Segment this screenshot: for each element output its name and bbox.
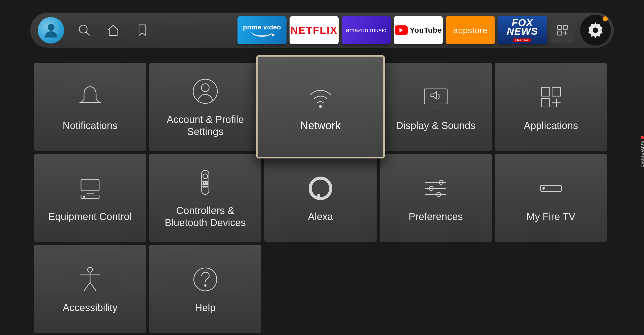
- tile-label: Equipment Control: [48, 211, 132, 223]
- settings-tile-preferences[interactable]: Preferences: [380, 154, 492, 242]
- person-circle-icon: [190, 76, 220, 106]
- gear-icon: [586, 21, 605, 39]
- svg-point-52: [205, 285, 206, 286]
- tv-sound-icon: [421, 82, 451, 112]
- app-tile-fox-news[interactable]: FOX NEWS channel: [498, 16, 547, 44]
- app-tile-prime-video[interactable]: prime video: [237, 16, 287, 44]
- svg-point-13: [201, 84, 209, 92]
- tile-label: My Fire TV: [527, 211, 576, 223]
- svg-point-14: [319, 105, 321, 107]
- help-icon: [190, 264, 220, 295]
- profile-avatar[interactable]: [38, 17, 64, 44]
- svg-rect-19: [541, 99, 550, 107]
- bell-icon: [75, 82, 105, 112]
- svg-rect-4: [563, 25, 567, 29]
- settings-tile-my-fire-tv[interactable]: My Fire TV: [495, 154, 607, 242]
- svg-point-33: [207, 184, 208, 185]
- svg-point-32: [205, 184, 206, 185]
- tile-label: Network: [300, 119, 341, 132]
- svg-point-29: [205, 181, 206, 182]
- fox-news-logo: FOX NEWS channel: [507, 18, 538, 42]
- svg-point-25: [84, 196, 85, 197]
- bookmark-button[interactable]: [133, 21, 151, 39]
- tile-label: Controllers & Bluetooth Devices: [157, 204, 254, 229]
- nav-left-group: [33, 17, 151, 44]
- settings-tile-account-profile[interactable]: Account & Profile Settings: [149, 63, 261, 151]
- tile-label: Help: [195, 302, 216, 314]
- svg-rect-3: [558, 25, 562, 29]
- home-icon: [106, 23, 120, 37]
- settings-tile-notifications[interactable]: Notifications: [34, 63, 146, 151]
- search-button[interactable]: [75, 21, 93, 39]
- svg-point-51: [194, 268, 217, 291]
- settings-tile-alexa[interactable]: Alexa: [264, 154, 377, 242]
- app-tile-appstore[interactable]: appstore: [446, 16, 495, 44]
- settings-button[interactable]: [580, 15, 611, 46]
- apps-grid-icon: [536, 82, 566, 112]
- firetv-icon: [536, 173, 566, 203]
- home-button[interactable]: [104, 21, 122, 39]
- svg-point-45: [543, 187, 545, 189]
- remote-icon: [190, 167, 220, 197]
- svg-point-0: [48, 24, 54, 31]
- settings-tile-controllers-bluetooth[interactable]: Controllers & Bluetooth Devices: [149, 154, 261, 242]
- bookmark-icon: [135, 23, 149, 37]
- settings-tile-help[interactable]: Help: [149, 245, 261, 333]
- tile-label: Applications: [524, 119, 578, 132]
- svg-point-28: [203, 181, 204, 182]
- svg-rect-17: [541, 88, 550, 96]
- record-dot-icon: [641, 136, 644, 139]
- netflix-logo: NETFLIX: [291, 25, 338, 36]
- tile-label: Display & Sounds: [396, 119, 475, 132]
- app-tile-amazon-music[interactable]: amazon music: [342, 16, 391, 44]
- accessibility-icon: [75, 264, 105, 295]
- svg-point-30: [207, 181, 208, 182]
- apps-more-button[interactable]: [550, 18, 575, 43]
- alexa-icon: [305, 173, 336, 203]
- svg-point-27: [203, 174, 208, 179]
- equipment-icon: [75, 173, 105, 203]
- settings-tile-accessibility[interactable]: Accessibility: [34, 245, 146, 333]
- svg-rect-18: [552, 88, 561, 96]
- appstore-logo: appstore: [453, 25, 487, 35]
- tile-label: Alexa: [308, 211, 333, 223]
- svg-point-35: [205, 186, 206, 187]
- apps-add-icon: [556, 24, 569, 37]
- tile-label: Preferences: [409, 211, 463, 223]
- person-icon: [42, 21, 60, 39]
- amazon-music-logo: amazon music: [346, 27, 386, 34]
- svg-line-2: [86, 32, 90, 35]
- app-tile-netflix[interactable]: NETFLIX: [290, 16, 339, 44]
- prime-video-logo: prime video: [243, 24, 281, 37]
- svg-point-37: [310, 178, 331, 199]
- sliders-icon: [421, 173, 451, 203]
- svg-rect-22: [81, 179, 99, 191]
- screenrec-watermark: screenrec: [639, 136, 644, 168]
- svg-line-50: [90, 282, 96, 291]
- svg-rect-5: [558, 31, 562, 35]
- settings-tile-applications[interactable]: Applications: [495, 63, 607, 151]
- app-tile-youtube[interactable]: YouTube: [394, 16, 443, 44]
- svg-point-31: [203, 184, 204, 185]
- settings-tile-equipment-control[interactable]: Equipment Control: [34, 154, 146, 242]
- svg-rect-15: [424, 89, 447, 104]
- svg-point-46: [88, 267, 92, 272]
- search-icon: [77, 23, 91, 37]
- settings-tile-network[interactable]: Network: [256, 55, 385, 158]
- notification-dot-icon: [603, 16, 608, 21]
- tile-label: Account & Profile Settings: [157, 113, 254, 138]
- tile-label: Notifications: [63, 119, 117, 132]
- svg-line-49: [84, 282, 90, 291]
- top-nav-bar: prime video NETFLIX amazon music YouTube…: [30, 13, 614, 48]
- youtube-logo-text: YouTube: [410, 26, 442, 34]
- youtube-icon: [395, 25, 408, 35]
- app-shortcut-row: prime video NETFLIX amazon music YouTube…: [237, 15, 611, 46]
- wifi-icon: [305, 82, 336, 112]
- svg-point-1: [79, 25, 87, 33]
- svg-point-36: [207, 186, 208, 187]
- svg-point-34: [203, 186, 204, 187]
- settings-tile-display-sounds[interactable]: Display & Sounds: [380, 63, 492, 151]
- tile-label: Accessibility: [63, 302, 117, 314]
- settings-grid: Notifications Account & Profile Settings…: [34, 63, 610, 333]
